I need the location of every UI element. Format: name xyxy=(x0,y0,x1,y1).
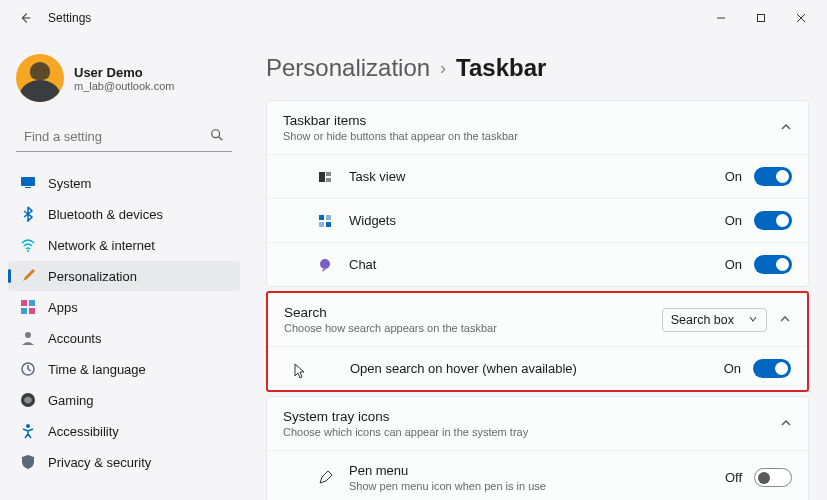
svg-point-9 xyxy=(25,332,31,338)
search-card-header[interactable]: Search Choose how search appears on the … xyxy=(268,293,807,346)
close-button[interactable] xyxy=(781,3,821,33)
sidebar-item-accounts[interactable]: Accounts xyxy=(8,323,240,353)
pen-toggle[interactable] xyxy=(754,468,792,487)
sidebar-item-network[interactable]: Network & internet xyxy=(8,230,240,260)
task-view-toggle[interactable] xyxy=(754,167,792,186)
profile-email: m_lab@outlook.com xyxy=(74,80,174,92)
svg-rect-13 xyxy=(319,172,325,182)
task-view-icon xyxy=(317,169,333,185)
tray-card-header[interactable]: System tray icons Choose which icons can… xyxy=(267,397,808,450)
widgets-icon xyxy=(317,213,333,229)
chat-toggle[interactable] xyxy=(754,255,792,274)
svg-rect-6 xyxy=(29,300,35,306)
sidebar-item-accessibility[interactable]: Accessibility xyxy=(8,416,240,446)
card-title: Search xyxy=(284,305,497,320)
pen-icon xyxy=(317,470,333,486)
row-label: Widgets xyxy=(349,213,396,228)
svg-point-1 xyxy=(212,130,220,138)
search-input-wrap[interactable] xyxy=(16,122,232,152)
sidebar-item-label: Privacy & security xyxy=(48,455,151,470)
maximize-button[interactable] xyxy=(741,3,781,33)
sidebar-item-label: Accounts xyxy=(48,331,101,346)
sidebar-item-privacy[interactable]: Privacy & security xyxy=(8,447,240,477)
toggle-state: On xyxy=(725,213,742,228)
chat-icon xyxy=(317,257,333,273)
chevron-right-icon: › xyxy=(440,58,446,79)
row-label: Chat xyxy=(349,257,376,272)
sidebar-item-bluetooth[interactable]: Bluetooth & devices xyxy=(8,199,240,229)
search-input[interactable] xyxy=(24,129,210,144)
row-widgets: Widgets On xyxy=(267,198,808,242)
svg-point-20 xyxy=(320,259,330,269)
search-hover-toggle[interactable] xyxy=(753,359,791,378)
avatar xyxy=(16,54,64,102)
back-button[interactable] xyxy=(18,11,32,25)
sidebar-item-label: Accessibility xyxy=(48,424,119,439)
row-chat: Chat On xyxy=(267,242,808,286)
search-mode-select[interactable]: Search box xyxy=(662,308,767,332)
svg-rect-17 xyxy=(326,215,331,220)
search-icon xyxy=(210,128,224,145)
sidebar-item-personalization[interactable]: Personalization xyxy=(8,261,240,291)
svg-rect-15 xyxy=(326,178,331,182)
system-icon xyxy=(20,175,36,191)
chevron-up-icon xyxy=(779,311,791,329)
widgets-toggle[interactable] xyxy=(754,211,792,230)
chevron-down-icon xyxy=(748,313,758,327)
tray-card: System tray icons Choose which icons can… xyxy=(266,396,809,500)
sidebar-item-label: Bluetooth & devices xyxy=(48,207,163,222)
chevron-up-icon xyxy=(780,415,792,433)
svg-rect-2 xyxy=(21,177,35,186)
svg-rect-8 xyxy=(29,308,35,314)
toggle-state: On xyxy=(725,169,742,184)
sidebar-item-label: Gaming xyxy=(48,393,94,408)
minimize-button[interactable] xyxy=(701,3,741,33)
sidebar-item-label: Apps xyxy=(48,300,78,315)
breadcrumb-current: Taskbar xyxy=(456,54,546,82)
cursor-icon xyxy=(318,361,334,377)
profile-block[interactable]: User Demo m_lab@outlook.com xyxy=(8,48,240,118)
bluetooth-icon xyxy=(20,206,36,222)
chevron-up-icon xyxy=(780,119,792,137)
row-task-view: Task view On xyxy=(267,154,808,198)
sidebar-item-label: Personalization xyxy=(48,269,137,284)
svg-rect-0 xyxy=(758,15,765,22)
svg-rect-16 xyxy=(319,215,324,220)
row-label: Open search on hover (when available) xyxy=(350,361,577,376)
accessibility-icon xyxy=(20,423,36,439)
svg-rect-5 xyxy=(21,300,27,306)
card-title: System tray icons xyxy=(283,409,528,424)
apps-icon xyxy=(20,299,36,315)
card-subtitle: Show or hide buttons that appear on the … xyxy=(283,130,518,142)
svg-rect-7 xyxy=(21,308,27,314)
toggle-state: On xyxy=(725,257,742,272)
sidebar-item-label: System xyxy=(48,176,91,191)
wifi-icon xyxy=(20,237,36,253)
svg-rect-14 xyxy=(326,172,331,176)
taskbar-items-header[interactable]: Taskbar items Show or hide buttons that … xyxy=(267,101,808,154)
taskbar-items-card: Taskbar items Show or hide buttons that … xyxy=(266,100,809,287)
profile-name: User Demo xyxy=(74,65,174,80)
svg-rect-3 xyxy=(25,187,31,188)
shield-icon xyxy=(20,454,36,470)
clock-icon xyxy=(20,361,36,377)
svg-point-12 xyxy=(26,424,30,428)
breadcrumb-parent[interactable]: Personalization xyxy=(266,54,430,82)
account-icon xyxy=(20,330,36,346)
window-title: Settings xyxy=(48,11,91,25)
search-card: Search Choose how search appears on the … xyxy=(266,291,809,392)
select-value: Search box xyxy=(671,313,734,327)
card-subtitle: Choose how search appears on the taskbar xyxy=(284,322,497,334)
row-label: Pen menu xyxy=(349,463,546,478)
card-subtitle: Choose which icons can appear in the sys… xyxy=(283,426,528,438)
sidebar-item-apps[interactable]: Apps xyxy=(8,292,240,322)
sidebar-item-gaming[interactable]: Gaming xyxy=(8,385,240,415)
sidebar-item-label: Network & internet xyxy=(48,238,155,253)
breadcrumb: Personalization › Taskbar xyxy=(266,48,809,100)
sidebar-item-system[interactable]: System xyxy=(8,168,240,198)
svg-point-4 xyxy=(27,250,29,252)
toggle-state: Off xyxy=(725,470,742,485)
sidebar-item-label: Time & language xyxy=(48,362,146,377)
card-title: Taskbar items xyxy=(283,113,518,128)
sidebar-item-time[interactable]: Time & language xyxy=(8,354,240,384)
